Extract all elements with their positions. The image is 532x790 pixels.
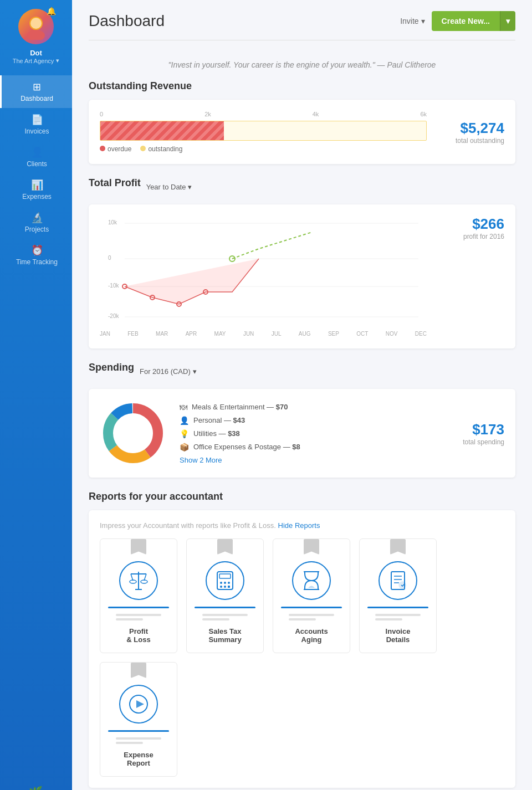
sidebar-item-dashboard[interactable]: ⊞ Dashboard — [0, 75, 72, 108]
hourglass-icon — [300, 570, 323, 592]
hide-reports-link[interactable]: Hide Reports — [278, 521, 320, 530]
spending-donut-chart — [100, 400, 166, 466]
user-company: The Art Agency ▾ — [13, 57, 60, 64]
report-card-sales-tax[interactable]: Sales TaxSummary — [186, 538, 264, 653]
spending-content: 🍽 Meals & Entertainment — $70 👤 Personal… — [100, 400, 504, 466]
report-card-expense-report[interactable]: ExpenseReport — [100, 662, 177, 777]
report-card-invoice-details[interactable]: InvoiceDetails — [359, 538, 437, 653]
svg-rect-36 — [228, 586, 230, 588]
sidebar-item-invoices[interactable]: 📄 Invoices — [0, 108, 72, 141]
create-new-button[interactable]: Create New... ▾ — [432, 11, 515, 31]
dashboard-icon: ⊞ — [33, 81, 41, 93]
clip-icon — [217, 539, 233, 555]
time-tracking-icon: ⏰ — [31, 244, 43, 257]
notification-bell-icon[interactable]: 🔔 — [47, 7, 56, 16]
reports-card: Impress your Accountant with reports lik… — [89, 510, 515, 788]
overdue-bar — [100, 121, 224, 140]
revenue-bar — [100, 121, 427, 141]
spending-period-selector[interactable]: For 2016 (CAD) ▾ — [140, 367, 197, 376]
revenue-amount: $5,274 — [438, 120, 504, 137]
report-divider — [195, 607, 255, 608]
report-clip — [187, 539, 263, 555]
chevron-down-icon: ▾ — [421, 17, 425, 25]
spending-title: Spending — [89, 362, 134, 373]
profit-chart: 10k 0 -10k -20k — [100, 216, 427, 337]
profit-period-selector[interactable]: Year to Date ▾ — [146, 183, 192, 191]
page-header: Dashboard Invite ▾ Create New... ▾ — [89, 0, 515, 40]
play-circle-icon — [127, 693, 150, 715]
sidebar-item-clients[interactable]: 👤 Clients — [0, 141, 72, 173]
report-lines — [375, 614, 421, 620]
legend-item-meals: 🍽 Meals & Entertainment — $70 — [180, 403, 436, 412]
invoice-icon — [387, 570, 409, 592]
personal-icon: 👤 — [180, 416, 189, 425]
profit-loss-icon-wrap — [119, 561, 158, 600]
revenue-scale: 0 2k 4k 6k — [100, 111, 427, 117]
sidebar-item-label: Dashboard — [21, 95, 53, 102]
reports-intro: Impress your Accountant with reports lik… — [100, 521, 504, 530]
legend-item-personal: 👤 Personal — $43 — [180, 416, 436, 425]
sales-tax-icon-wrap — [206, 561, 244, 600]
spending-label: total spending — [449, 438, 504, 446]
outstanding-revenue-section: Outstanding Revenue 0 2k 4k 6k overdue — [89, 80, 515, 164]
sidebar-item-projects[interactable]: 🔬 Projects — [0, 206, 72, 239]
total-profit-section: Total Profit Year to Date ▾ 10k 0 -10k -… — [89, 177, 515, 348]
page-title: Dashboard — [89, 12, 165, 30]
sidebar-item-label: Invoices — [24, 127, 49, 135]
balance-scale-icon — [127, 570, 150, 592]
spending-header: Spending For 2016 (CAD) ▾ — [89, 362, 515, 381]
office-icon: 📦 — [180, 443, 189, 452]
clip-icon — [131, 663, 146, 678]
svg-text:-10k: -10k — [108, 283, 119, 289]
reports-section: Reports for your accountant Impress your… — [89, 491, 515, 788]
user-name: Dot — [30, 49, 42, 57]
create-new-dropdown-arrow[interactable]: ▾ — [500, 11, 515, 31]
legend-item-office: 📦 Office Expenses & Postage — $8 — [180, 443, 436, 452]
revenue-label: total outstanding — [438, 137, 504, 145]
clip-icon — [131, 539, 146, 555]
svg-rect-30 — [219, 574, 231, 578]
overdue-dot — [100, 146, 105, 151]
report-lines — [116, 614, 162, 620]
chevron-down-icon: ▾ — [56, 57, 59, 64]
reports-grid-row2: ExpenseReport — [100, 662, 504, 777]
report-lines — [116, 737, 162, 744]
projects-icon: 🔬 — [31, 212, 43, 224]
header-actions: Invite ▾ Create New... ▾ — [400, 11, 515, 31]
revenue-legend: overdue outstanding — [100, 145, 427, 153]
show-more-button[interactable]: Show 2 More — [180, 456, 436, 464]
outstanding-revenue-card: 0 2k 4k 6k overdue outstanding $5,274 — [89, 100, 515, 164]
svg-line-25 — [144, 574, 146, 581]
report-card-profit-loss[interactable]: Profit& Loss — [100, 538, 177, 653]
sidebar-nav: ⊞ Dashboard 📄 Invoices 👤 Clients 📊 Expen… — [0, 75, 72, 271]
report-name-accounts-aging: AccountsAging — [295, 627, 328, 644]
svg-point-31 — [220, 582, 222, 584]
expense-report-icon-wrap — [119, 685, 158, 724]
report-card-accounts-aging[interactable]: AccountsAging — [273, 538, 350, 653]
reports-title: Reports for your accountant — [89, 491, 515, 502]
report-clip — [360, 539, 436, 555]
outstanding-dot — [140, 146, 146, 151]
sidebar-item-label: Expenses — [22, 193, 52, 201]
profit-amount: $266 — [438, 216, 504, 233]
report-lines — [202, 614, 248, 620]
svg-point-35 — [224, 586, 226, 588]
sidebar-item-expenses[interactable]: 📊 Expenses — [0, 173, 72, 206]
spending-total: $173 total spending — [449, 421, 504, 446]
chevron-down-icon: ▾ — [193, 367, 197, 376]
utilities-icon: 💡 — [180, 429, 189, 438]
clients-icon: 👤 — [31, 146, 43, 158]
svg-line-24 — [131, 574, 133, 581]
revenue-total: $5,274 total outstanding — [438, 120, 504, 145]
legend-item-utilities: 💡 Utilities — $38 — [180, 429, 436, 438]
report-divider — [281, 607, 342, 608]
profit-card: 10k 0 -10k -20k — [89, 204, 515, 348]
spending-card: 🍽 Meals & Entertainment — $70 👤 Personal… — [89, 389, 515, 478]
sidebar-item-time-tracking[interactable]: ⏰ Time Tracking — [0, 239, 72, 271]
svg-marker-45 — [136, 700, 144, 708]
invite-button[interactable]: Invite ▾ — [400, 17, 424, 25]
accounts-aging-icon-wrap — [292, 561, 331, 600]
svg-marker-11 — [125, 259, 259, 304]
freshbooks-logo: 🌿 FreshBooks cloud accounting — [19, 774, 53, 790]
profit-chart-area: 10k 0 -10k -20k — [100, 216, 504, 337]
